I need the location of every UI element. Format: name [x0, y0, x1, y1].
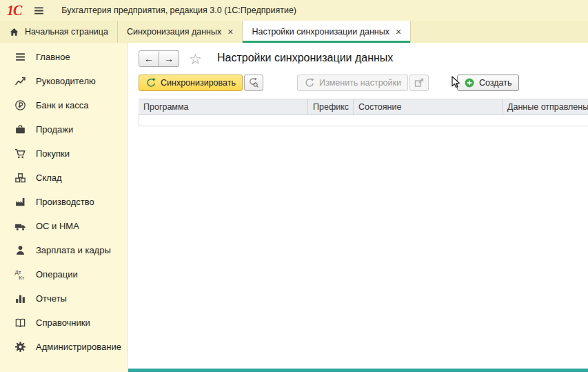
sidebar-item-main[interactable]: Главное: [0, 45, 127, 69]
sidebar-item-label: Главное: [36, 52, 70, 62]
sidebar-item-warehouse[interactable]: Склад: [0, 166, 127, 190]
sidebar-item-bank-cash[interactable]: Банк и касса: [0, 93, 127, 117]
sidebar-item-administration[interactable]: Администрирование: [0, 335, 127, 359]
tab-label: Начальная страница: [25, 27, 108, 37]
sidebar-item-label: Склад: [36, 173, 62, 183]
empty-table-row: [139, 115, 588, 126]
sidebar-item-label: Зарплата и кадры: [36, 245, 111, 255]
synchronize-label: Синхронизировать: [161, 78, 236, 88]
column-header-state[interactable]: Состояние: [354, 99, 503, 114]
briefcase-icon: [14, 124, 26, 135]
close-icon[interactable]: ×: [396, 27, 401, 37]
create-button[interactable]: Создать: [457, 75, 519, 91]
forward-icon: →: [164, 53, 174, 64]
sidebar-item-directories[interactable]: Справочники: [0, 311, 127, 335]
column-header-prefix[interactable]: Префикс: [308, 99, 354, 114]
main-menu-button[interactable]: [31, 3, 46, 18]
edit-settings-button[interactable]: Изменить настройки: [297, 75, 408, 91]
sidebar-item-sales[interactable]: Продажи: [0, 117, 127, 141]
sidebar-item-reports[interactable]: Отчеты: [0, 286, 127, 311]
sync-table-header: Программа Префикс Состояние Данные отпра…: [139, 99, 588, 115]
svg-text:Кт: Кт: [19, 275, 25, 280]
edit-settings-icon: [304, 77, 315, 88]
sidebar-item-label: Банк и касса: [36, 100, 89, 110]
tab-label: Синхронизация данных: [127, 27, 221, 37]
sidebar-item-label: Отчеты: [36, 293, 67, 304]
sidebar-item-label: Справочники: [36, 317, 90, 328]
sidebar-item-label: Продажи: [36, 124, 73, 135]
factory-icon: [14, 196, 26, 208]
sidebar-item-purchases[interactable]: Покупки: [0, 141, 127, 166]
column-header-data-sent[interactable]: Данные отправлены: [503, 99, 588, 114]
window-title: Бухгалтерия предприятия, редакция 3.0 (1…: [61, 6, 296, 15]
tab-label: Настройки синхронизации данных: [252, 27, 389, 37]
sidebar-item-fixed-assets[interactable]: ОС и НМА: [0, 214, 127, 238]
sidebar-item-production[interactable]: Производство: [0, 190, 127, 214]
menu-lines-icon: [14, 51, 26, 63]
synchronize-button[interactable]: Синхронизировать: [139, 75, 243, 91]
person-icon: [14, 244, 26, 256]
1c-logo: 1С: [7, 3, 21, 19]
tab-home[interactable]: Начальная страница: [0, 21, 118, 43]
tab-bar: Начальная страница Синхронизация данных …: [0, 21, 588, 43]
sidebar-item-label: Руководителю: [36, 76, 96, 86]
sidebar-item-label: Операции: [36, 269, 78, 280]
sidebar-item-label: Производство: [36, 197, 94, 207]
titlebar: 1С Бухгалтерия предприятия, редакция 3.0…: [0, 0, 588, 21]
window-bottom-edge: [128, 369, 588, 372]
tab-data-sync[interactable]: Синхронизация данных ×: [118, 21, 243, 43]
favorites-star-icon[interactable]: ☆: [189, 52, 202, 66]
home-icon: [9, 27, 19, 37]
sync-icon: [145, 77, 156, 88]
toolbar: Синхронизировать Изменить настройки Созд…: [139, 74, 588, 92]
page-title: Настройки синхронизации данных: [217, 52, 393, 64]
ruble-circle-icon: [14, 99, 26, 111]
shopping-cart-icon: [14, 148, 26, 159]
section-sidebar: Главное Руководителю Банк и касса Продаж…: [0, 43, 128, 372]
sidebar-item-manager[interactable]: Руководителю: [0, 69, 127, 93]
truck-icon: [14, 220, 26, 232]
bar-chart-icon: [14, 293, 26, 304]
tab-sync-settings[interactable]: Настройки синхронизации данных ×: [243, 21, 411, 43]
create-plus-icon: [464, 77, 475, 88]
main-content: ← → ☆ Настройки синхронизации данных Син…: [128, 43, 588, 372]
back-icon: ←: [144, 53, 154, 64]
sidebar-item-salary-hr[interactable]: Зарплата и кадры: [0, 238, 127, 262]
forward-button[interactable]: →: [159, 50, 179, 67]
open-window-icon: [414, 77, 425, 88]
column-header-program[interactable]: Программа: [139, 99, 308, 114]
gear-icon: [14, 341, 26, 353]
sidebar-item-operations[interactable]: ДтКт Операции: [0, 262, 127, 286]
dt-kt-icon: ДтКт: [14, 268, 26, 280]
back-button[interactable]: ←: [139, 50, 159, 67]
create-label: Создать: [479, 78, 512, 88]
open-settings-form-button[interactable]: [409, 75, 429, 91]
sidebar-item-label: Покупки: [36, 148, 70, 159]
book-icon: [14, 317, 26, 329]
sidebar-item-label: Администрирование: [36, 342, 121, 352]
sync-search-icon: [248, 77, 259, 88]
trend-chart-icon: [14, 75, 26, 87]
sidebar-item-label: ОС и НМА: [36, 221, 79, 231]
synchronize-options-button[interactable]: [244, 75, 263, 91]
close-icon[interactable]: ×: [227, 27, 233, 37]
hamburger-menu-icon: [33, 5, 45, 17]
edit-settings-label: Изменить настройки: [319, 78, 401, 88]
stacked-boxes-icon: [14, 172, 26, 184]
navigation-controls: ← → ☆: [139, 50, 202, 67]
